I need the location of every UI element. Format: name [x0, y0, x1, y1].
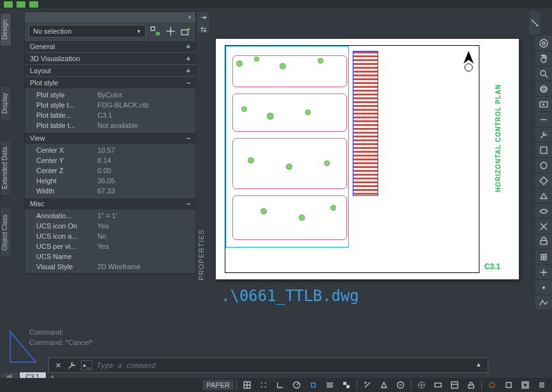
customization-icon[interactable] [534, 379, 549, 391]
command-input[interactable] [96, 361, 470, 370]
annotation-visibility-icon[interactable] [376, 379, 392, 391]
command-prompt-icon[interactable]: ▸_ [81, 360, 92, 370]
tab-design[interactable]: Design [0, 13, 11, 46]
prop-value[interactable]: 1" = 1' [95, 212, 195, 220]
pin-icon[interactable]: ⇥ [199, 13, 208, 22]
command-history: Command: Command: *Cancel* [24, 325, 196, 350]
orbit-icon[interactable] [535, 81, 552, 97]
section-label: Misc [30, 200, 45, 207]
collapse-icon: – [187, 79, 190, 87]
prop-value[interactable]: C3.1 [95, 111, 195, 119]
svg-rect-2 [181, 30, 188, 35]
drawing-canvas[interactable]: HORIZONTAL CONTROL PLAN C3.1 .\0661_TTLB… [211, 8, 530, 356]
prop-value[interactable]: 67.33 [95, 187, 195, 195]
tool-icon[interactable] [535, 127, 552, 143]
section-layout[interactable]: Layout + [25, 64, 195, 76]
tool-icon[interactable] [535, 295, 552, 311]
left-vertical-tabs: Design Display Extended Data Object Clas… [0, 13, 11, 258]
tool-icon[interactable] [535, 234, 552, 249]
prop-value[interactable]: ByColor [95, 91, 195, 99]
section-3d-visualization[interactable]: 3D Visualization + [25, 52, 195, 64]
xref-filename: .\0661_TTLB.dwg [221, 287, 359, 305]
tool-icon[interactable] [535, 173, 552, 188]
section-misc[interactable]: Misc – [25, 197, 195, 209]
selection-dropdown[interactable]: No selection ▼ [29, 25, 146, 38]
isolate-icon[interactable] [485, 379, 500, 391]
quick-icon[interactable] [29, 1, 38, 8]
lock-ui-icon[interactable] [464, 379, 479, 391]
tool-icon[interactable] [535, 249, 552, 265]
tool-icon[interactable] [535, 188, 552, 204]
svg-point-18 [265, 382, 266, 384]
prop-row: Annotatio...1" = 1' [25, 211, 195, 221]
section-misc-body: Annotatio...1" = 1' UCS icon OnYes UCS i… [25, 209, 195, 273]
annotation-scale-icon[interactable] [360, 379, 375, 391]
prop-label: UCS per vi... [36, 242, 95, 250]
tool-icon[interactable] [535, 280, 552, 295]
snap-icon[interactable] [256, 379, 271, 391]
prop-value[interactable]: Not available [95, 122, 195, 129]
prop-value[interactable]: 8.14 [95, 157, 195, 164]
section-plot-style[interactable]: Plot style – [25, 76, 195, 88]
hardware-accel-icon[interactable] [501, 379, 516, 391]
tool-icon[interactable] [535, 204, 552, 219]
command-customize-icon[interactable] [67, 360, 77, 370]
prop-value[interactable]: 10.57 [95, 146, 195, 154]
workspace-icon[interactable] [414, 379, 429, 391]
quick-select-icon[interactable] [150, 25, 161, 37]
svg-rect-24 [346, 385, 350, 388]
quick-icon[interactable] [4, 1, 13, 8]
viewport[interactable] [225, 46, 349, 248]
tab-object-class[interactable]: Object Class [0, 207, 11, 258]
sheet-number: C3.1 [485, 262, 500, 271]
tool-icon[interactable] [535, 158, 552, 173]
grid-icon[interactable] [239, 379, 255, 391]
zoom-extents-icon[interactable] [535, 66, 552, 81]
viewcube-area[interactable] [529, 11, 541, 34]
prop-row: Center Y8.14 [25, 155, 195, 165]
tool-icon[interactable] [535, 219, 552, 234]
prop-value[interactable]: 36.05 [95, 177, 195, 185]
units-icon[interactable] [430, 379, 446, 391]
prop-value[interactable]: No [95, 232, 195, 240]
prop-label: UCS Name [36, 253, 95, 260]
prop-value[interactable]: FDG-BLACK.ctb [95, 101, 195, 109]
annotation-auto-icon[interactable] [393, 379, 408, 391]
prop-value[interactable]: Yes [95, 222, 195, 230]
pickadd-icon[interactable] [180, 25, 192, 37]
prop-value[interactable]: 2D Wireframe [95, 263, 195, 270]
sheet-title: HORIZONTAL CONTROL PLAN [495, 84, 502, 192]
svg-rect-15 [541, 241, 547, 244]
panel-side-controls: ⇥ ⇆ [196, 11, 210, 34]
lineweight-icon[interactable] [322, 379, 337, 391]
select-objects-icon[interactable] [165, 25, 176, 37]
space-toggle[interactable]: PAPER [203, 380, 234, 390]
prop-value[interactable]: 0.00 [95, 167, 195, 174]
quick-properties-icon[interactable] [447, 379, 462, 391]
ortho-icon[interactable] [272, 379, 288, 391]
clean-screen-icon[interactable] [518, 379, 533, 391]
quick-icon[interactable] [17, 1, 25, 8]
tool-icon[interactable] [535, 143, 552, 158]
properties-panel: × No selection ▼ General + 3D Visualizat… [24, 11, 196, 274]
osnap-icon[interactable] [306, 379, 321, 391]
menu-icon[interactable]: ⇆ [199, 25, 208, 34]
svg-point-17 [261, 382, 262, 384]
pan-icon[interactable] [535, 51, 552, 66]
command-close-icon[interactable]: ✕ [53, 360, 63, 370]
polar-icon[interactable] [289, 379, 304, 391]
steering-wheel-icon[interactable] [535, 36, 552, 51]
transparency-icon[interactable] [339, 379, 354, 391]
showmotion-icon[interactable] [535, 97, 552, 112]
tab-extended-data[interactable]: Extended Data [0, 140, 11, 196]
command-history-icon[interactable]: ▴ [474, 360, 484, 370]
svg-marker-5 [10, 332, 36, 362]
prop-value[interactable]: Yes [95, 242, 195, 250]
close-icon[interactable]: × [187, 14, 193, 20]
tool-icon[interactable] [535, 265, 552, 280]
section-view[interactable]: View – [25, 132, 195, 144]
site-plan [229, 49, 346, 244]
svg-marker-3 [464, 51, 474, 64]
tab-display[interactable]: Display [0, 86, 11, 121]
section-general[interactable]: General + [25, 40, 195, 52]
